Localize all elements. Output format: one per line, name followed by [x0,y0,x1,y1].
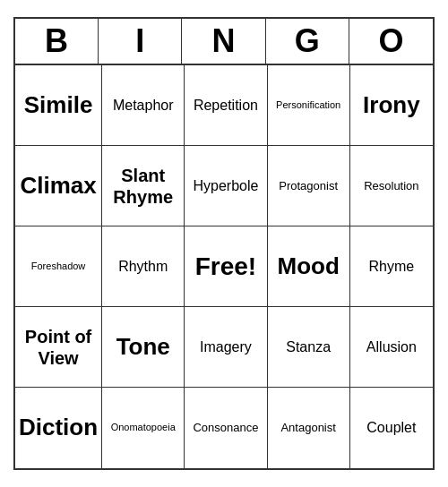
bingo-cell: Couplet [350,388,433,468]
bingo-header: BINGO [15,19,433,65]
header-letter: O [349,19,433,64]
cell-text: Antagonist [280,421,335,435]
header-letter: G [266,19,349,64]
bingo-cell: Stanza [268,307,350,388]
cell-text: Mood [278,252,340,280]
bingo-cell: Irony [350,65,433,146]
bingo-cell: Metaphor [102,65,185,146]
bingo-cell: Onomatopoeia [102,388,185,468]
header-letter: B [15,19,99,64]
cell-text: Slant Rhyme [106,165,180,208]
cell-text: Consonance [193,421,258,435]
bingo-cell: Rhyme [350,226,433,307]
bingo-cell: Rhythm [102,226,185,307]
bingo-cell: Hyperbole [185,146,267,226]
cell-text: Personification [276,99,340,111]
bingo-cell: Allusion [350,307,433,388]
cell-text: Imagery [200,338,252,355]
cell-text: Simile [24,91,93,119]
bingo-cell: Simile [15,65,102,146]
cell-text: Resolution [364,179,418,193]
cell-text: Allusion [366,338,417,355]
header-letter: I [99,19,182,64]
cell-text: Stanza [286,338,331,355]
cell-text: Diction [19,414,98,441]
cell-text: Repetition [194,97,258,114]
bingo-cell: Foreshadow [15,226,102,307]
bingo-cell: Point of View [15,307,102,388]
cell-text: Onomatopoeia [111,422,176,433]
cell-text: Hyperbole [193,177,258,194]
cell-text: Tone [116,333,170,361]
bingo-cell: Repetition [185,65,267,146]
bingo-cell: Slant Rhyme [102,146,185,226]
cell-text: Protagonist [279,179,338,193]
cell-text: Couplet [366,419,416,436]
bingo-grid: SimileMetaphorRepetitionPersonificationI… [15,65,433,468]
cell-text: Foreshadow [31,261,86,272]
bingo-cell: Diction [15,388,102,468]
bingo-cell: Imagery [185,307,267,388]
bingo-card: BINGO SimileMetaphorRepetitionPersonific… [13,17,435,470]
bingo-cell: Personification [268,65,350,146]
bingo-cell: Antagonist [268,388,350,468]
cell-text: Climax [20,172,96,200]
bingo-cell: Consonance [185,388,267,468]
bingo-cell: Protagonist [268,146,350,226]
cell-text: Free! [195,252,256,281]
cell-text: Rhythm [118,258,168,275]
bingo-cell: Mood [268,226,350,307]
bingo-cell: Tone [102,307,185,388]
cell-text: Rhyme [369,258,415,275]
cell-text: Point of View [19,326,98,369]
bingo-cell: Climax [15,146,102,226]
cell-text: Metaphor [113,97,174,114]
bingo-cell: Resolution [350,146,433,226]
bingo-cell: Free! [185,226,267,307]
header-letter: N [182,19,265,64]
cell-text: Irony [363,91,420,119]
